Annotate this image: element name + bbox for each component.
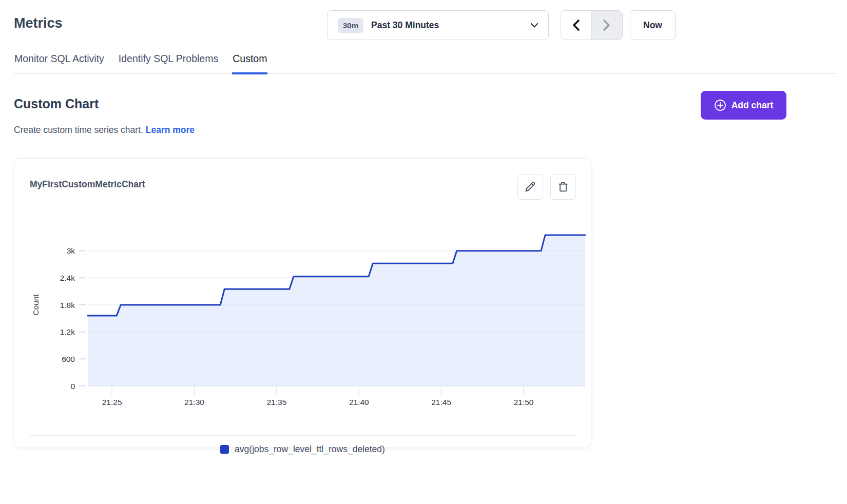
now-button[interactable]: Now (630, 10, 676, 40)
y-tick-label: 1.8k (60, 301, 75, 309)
x-tick-label: 21:50 (514, 398, 534, 406)
previous-time-button[interactable] (561, 11, 592, 40)
legend-swatch (220, 445, 229, 454)
tab-custom[interactable]: Custom (232, 53, 267, 73)
trash-icon (557, 181, 569, 192)
chart-title: MyFirstCustomMetricChart (30, 179, 145, 190)
y-tick-label: 0 (70, 382, 75, 391)
add-chart-label: Add chart (732, 100, 774, 111)
custom-chart-card: MyFirstCustomMetricChart 06001.2k1.8k2.4… (14, 158, 591, 448)
subtitle-text: Create custom time series chart. (14, 125, 143, 135)
delete-chart-button[interactable] (550, 174, 576, 200)
y-tick-label: 3k (67, 246, 75, 255)
add-chart-button[interactable]: Add chart (701, 91, 786, 120)
y-tick-label: 2.4k (60, 274, 75, 282)
time-nav-group (561, 10, 623, 40)
chart-legend: avg(jobs_row_level_ttl_rows_deleted) (14, 444, 591, 455)
metrics-page: Metrics 30m Past 30 Minutes Now Monitor … (0, 0, 847, 504)
section-title: Custom Chart (14, 96, 99, 111)
x-tick-label: 21:35 (267, 398, 287, 406)
x-tick-label: 21:45 (431, 398, 451, 406)
tab-monitor-sql-activity[interactable]: Monitor SQL Activity (14, 53, 105, 73)
x-tick-label: 21:40 (349, 398, 369, 406)
tab-bar: Monitor SQL Activity Identify SQL Proble… (14, 53, 836, 74)
page-title: Metrics (14, 15, 63, 31)
time-window-selector[interactable]: 30m Past 30 Minutes (327, 10, 549, 40)
y-axis-title: Count (31, 294, 40, 316)
time-window-badge: 30m (338, 18, 363, 33)
chevron-down-icon (531, 23, 538, 28)
tab-identify-sql-problems[interactable]: Identify SQL Problems (118, 53, 219, 73)
chevron-left-icon (572, 19, 580, 31)
next-time-button[interactable] (592, 11, 623, 40)
legend-label: avg(jobs_row_level_ttl_rows_deleted) (235, 444, 385, 455)
plus-circle-icon (714, 99, 726, 111)
y-tick-label: 1.2k (60, 327, 75, 336)
custom-chart: 06001.2k1.8k2.4k3k21:2521:3021:3521:4021… (14, 206, 591, 411)
section-subtitle: Create custom time series chart. Learn m… (14, 125, 195, 135)
time-window-label: Past 30 Minutes (371, 20, 439, 31)
series-area-fill (88, 235, 585, 386)
y-tick-label: 600 (62, 355, 75, 363)
card-divider (30, 435, 576, 436)
x-tick-label: 21:25 (102, 398, 122, 406)
pencil-icon (525, 181, 536, 192)
learn-more-link[interactable]: Learn more (146, 125, 195, 135)
x-tick-label: 21:30 (184, 398, 204, 406)
edit-chart-button[interactable] (517, 174, 543, 200)
chevron-right-icon (603, 19, 611, 31)
